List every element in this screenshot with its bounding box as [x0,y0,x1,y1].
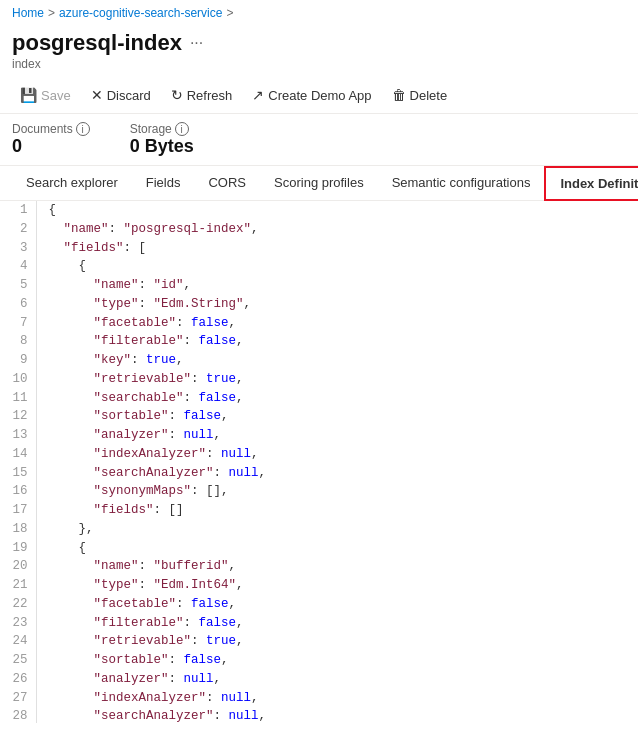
tab-cors[interactable]: CORS [194,166,260,201]
refresh-button[interactable]: ↻ Refresh [163,83,241,107]
code-table: 1{2 "name": "posgresql-index",3 "fields"… [0,201,638,723]
page-title-ellipsis[interactable]: ··· [190,34,203,52]
table-row: 1{ [0,201,638,220]
breadcrumb: Home > azure-cognitive-search-service > [0,0,638,26]
line-code: "searchAnalyzer": null, [36,707,638,723]
line-number: 13 [0,426,36,445]
line-code: "synonymMaps": [], [36,482,638,501]
line-number: 10 [0,370,36,389]
line-number: 11 [0,389,36,408]
line-code: "filterable": false, [36,332,638,351]
line-number: 21 [0,576,36,595]
tab-semantic-configurations[interactable]: Semantic configurations [378,166,545,201]
line-code: "retrievable": true, [36,632,638,651]
line-code: "sortable": false, [36,407,638,426]
breadcrumb-sep2: > [226,6,233,20]
line-code: "searchAnalyzer": null, [36,464,638,483]
table-row: 9 "key": true, [0,351,638,370]
table-row: 18 }, [0,520,638,539]
tab-scoring-profiles[interactable]: Scoring profiles [260,166,378,201]
tabs-bar: Search explorerFieldsCORSScoring profile… [0,166,638,201]
table-row: 17 "fields": [] [0,501,638,520]
line-number: 2 [0,220,36,239]
tab-search-explorer[interactable]: Search explorer [12,166,132,201]
table-row: 25 "sortable": false, [0,651,638,670]
line-number: 19 [0,539,36,558]
breadcrumb-service[interactable]: azure-cognitive-search-service [59,6,222,20]
line-number: 28 [0,707,36,723]
line-code: "fields": [ [36,239,638,258]
discard-icon: ✕ [91,87,103,103]
delete-label: Delete [410,88,448,103]
refresh-label: Refresh [187,88,233,103]
line-code: "sortable": false, [36,651,638,670]
table-row: 11 "searchable": false, [0,389,638,408]
code-area[interactable]: 1{2 "name": "posgresql-index",3 "fields"… [0,201,638,723]
page-subtitle: index [12,57,626,71]
line-number: 15 [0,464,36,483]
storage-info-icon[interactable]: i [175,122,189,136]
tab-fields[interactable]: Fields [132,166,195,201]
create-demo-icon: ↗ [252,87,264,103]
table-row: 12 "sortable": false, [0,407,638,426]
metrics-bar: Documents i 0 Storage i 0 Bytes [0,114,638,166]
line-code: "searchable": false, [36,389,638,408]
table-row: 14 "indexAnalyzer": null, [0,445,638,464]
line-number: 18 [0,520,36,539]
table-row: 16 "synonymMaps": [], [0,482,638,501]
table-row: 20 "name": "bufferid", [0,557,638,576]
documents-metric: Documents i 0 [12,122,90,157]
line-number: 9 [0,351,36,370]
line-code: "indexAnalyzer": null, [36,445,638,464]
table-row: 10 "retrievable": true, [0,370,638,389]
line-number: 5 [0,276,36,295]
line-number: 1 [0,201,36,220]
table-row: 13 "analyzer": null, [0,426,638,445]
line-code: { [36,257,638,276]
table-row: 23 "filterable": false, [0,614,638,633]
page-title: posgresql-index ··· [12,30,626,56]
breadcrumb-home[interactable]: Home [12,6,44,20]
table-row: 19 { [0,539,638,558]
line-code: }, [36,520,638,539]
create-demo-label: Create Demo App [268,88,371,103]
save-icon: 💾 [20,87,37,103]
line-number: 27 [0,689,36,708]
line-code: "analyzer": null, [36,670,638,689]
line-code: "key": true, [36,351,638,370]
table-row: 22 "facetable": false, [0,595,638,614]
save-button[interactable]: 💾 Save [12,83,79,107]
line-code: "facetable": false, [36,314,638,333]
table-row: 21 "type": "Edm.Int64", [0,576,638,595]
line-code: "fields": [] [36,501,638,520]
line-code: "analyzer": null, [36,426,638,445]
table-row: 26 "analyzer": null, [0,670,638,689]
storage-value: 0 Bytes [130,136,194,157]
refresh-icon: ↻ [171,87,183,103]
table-row: 27 "indexAnalyzer": null, [0,689,638,708]
table-row: 6 "type": "Edm.String", [0,295,638,314]
table-row: 5 "name": "id", [0,276,638,295]
line-code: "retrievable": true, [36,370,638,389]
line-number: 6 [0,295,36,314]
line-number: 12 [0,407,36,426]
discard-button[interactable]: ✕ Discard [83,83,159,107]
documents-label: Documents i [12,122,90,136]
table-row: 2 "name": "posgresql-index", [0,220,638,239]
page-title-text: posgresql-index [12,30,182,56]
line-number: 25 [0,651,36,670]
documents-info-icon[interactable]: i [76,122,90,136]
line-number: 17 [0,501,36,520]
delete-button[interactable]: 🗑 Delete [384,83,456,107]
tab-index-definition[interactable]: Index Definition (JSON) [544,166,638,201]
line-code: "type": "Edm.Int64", [36,576,638,595]
create-demo-button[interactable]: ↗ Create Demo App [244,83,379,107]
line-number: 14 [0,445,36,464]
line-code: "filterable": false, [36,614,638,633]
discard-label: Discard [107,88,151,103]
table-row: 24 "retrievable": true, [0,632,638,651]
line-code: { [36,539,638,558]
line-number: 8 [0,332,36,351]
line-code: "indexAnalyzer": null, [36,689,638,708]
line-number: 23 [0,614,36,633]
